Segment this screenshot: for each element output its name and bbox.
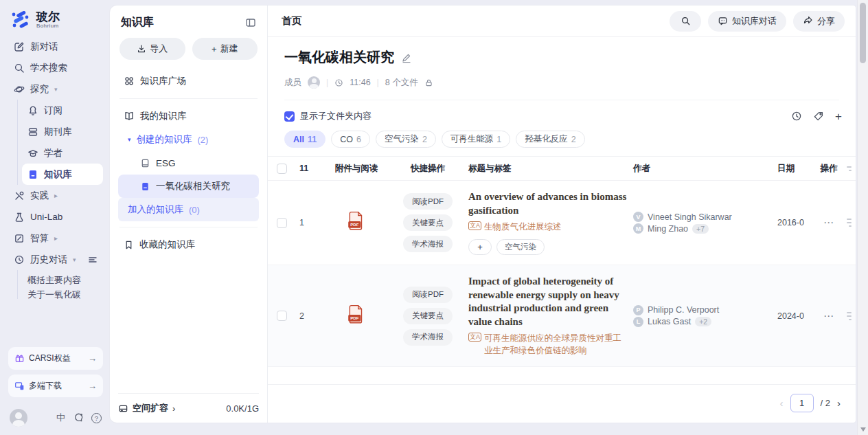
main-content: 首页 知识库对话 分享 一氧化碳相关研 <box>268 5 856 423</box>
author-avatar: M <box>633 223 643 234</box>
current-page-input[interactable]: 1 <box>790 394 814 412</box>
favorite-libraries-item[interactable]: 收藏的知识库 <box>118 233 259 256</box>
header-actions: 操作 <box>816 163 846 175</box>
chevron-right-icon: ▸ <box>54 234 58 242</box>
tag-pill[interactable]: 空气污染 <box>496 239 545 255</box>
created-libraries-group[interactable]: ▾ 创建的知识库 (2) <box>118 128 259 151</box>
library-plaza-item[interactable]: 知识库广场 <box>118 69 259 93</box>
more-authors-badge[interactable]: +7 <box>692 224 709 234</box>
joined-libraries-group[interactable]: 加入的知识库 (0) <box>118 198 259 221</box>
pdf-file-icon[interactable]: PDF <box>347 211 365 232</box>
filter-all[interactable]: All11 <box>284 131 326 148</box>
sidebar-item-academic-search[interactable]: 学术搜索 <box>8 57 103 78</box>
carsi-banner[interactable]: CARSI权益 → <box>8 347 103 370</box>
library-item-co-research[interactable]: 一氧化碳相关研究 <box>118 175 259 198</box>
member-avatar[interactable] <box>308 76 320 89</box>
feedback-chat-icon[interactable] <box>73 412 84 423</box>
filter-renewable[interactable]: 可再生能源1 <box>442 131 510 148</box>
read-pdf-button[interactable]: 阅读PDF <box>403 193 453 210</box>
prev-page-icon[interactable]: ‹ <box>780 397 784 409</box>
next-page-icon[interactable]: › <box>837 397 841 409</box>
table-row[interactable]: 2 PDF 阅读PDF 关键要点 学术海报 Impact of global h… <box>268 265 856 367</box>
search-button[interactable] <box>670 11 701 32</box>
sidebar-item-new-chat[interactable]: 新对话 <box>8 36 103 57</box>
sidebar-item-journals[interactable]: 期刊库 <box>22 121 103 142</box>
sidebar-label: 订阅 <box>44 104 62 117</box>
sidebar-item-practice[interactable]: 实践 ▸ <box>8 185 103 206</box>
add-tag-button[interactable]: + <box>468 239 492 255</box>
download-label: 多端下载 <box>29 380 62 392</box>
more-authors-badge[interactable]: +2 <box>695 317 711 326</box>
sidebar-item-computing[interactable]: 智算 ▸ <box>8 227 103 249</box>
user-avatar[interactable] <box>10 409 27 427</box>
key-points-button[interactable]: 关键要点 <box>403 214 453 231</box>
paper-title[interactable]: An overview of advances in biomass gasif… <box>468 190 629 217</box>
row-more-button[interactable]: ⋯ <box>816 310 846 322</box>
paper-title[interactable]: Impact of global heterogeneity of renewa… <box>468 275 629 328</box>
filter-air-pollution[interactable]: 空气污染2 <box>376 131 436 148</box>
translate-icon: 文A <box>468 221 481 230</box>
main-topbar: 首页 知识库对话 分享 <box>268 5 856 37</box>
new-library-button[interactable]: + 新建 <box>192 38 258 60</box>
help-icon[interactable]: ? <box>91 413 102 423</box>
collapse-panel-icon[interactable] <box>245 17 256 28</box>
sidebar-label: 期刊库 <box>44 126 72 138</box>
header-date: 日期 <box>777 163 816 175</box>
sort-time-icon[interactable] <box>791 111 802 122</box>
history-conversation[interactable]: 概括主要内容 <box>27 270 103 290</box>
author-avatar: V <box>633 212 643 222</box>
read-pdf-button[interactable]: 阅读PDF <box>403 287 453 303</box>
chevron-down-icon: ▾ <box>73 256 76 263</box>
paper-title-translation[interactable]: 文A生物质气化进展综述 <box>468 221 629 233</box>
row-checkbox[interactable] <box>277 218 287 228</box>
filter-co[interactable]: CO6 <box>331 131 370 148</box>
pdf-file-icon[interactable]: PDF <box>347 304 365 325</box>
lock-icon <box>424 78 433 87</box>
history-icon <box>14 254 25 265</box>
scrollbar-thumb[interactable] <box>860 3 866 63</box>
update-time: 11:46 <box>350 78 370 87</box>
download-banner[interactable]: 多端下载 → <box>8 375 103 397</box>
author[interactable]: PPhilipp C. Verpoort <box>633 305 773 315</box>
sidebar-item-explore[interactable]: 探究 ▾ <box>8 78 103 100</box>
filter-hydroxylation[interactable]: 羟基化反应2 <box>516 131 584 148</box>
kb-chat-button[interactable]: 知识库对话 <box>708 11 786 32</box>
key-points-button[interactable]: 关键要点 <box>403 308 453 324</box>
academic-poster-button[interactable]: 学术海报 <box>403 236 453 252</box>
author[interactable]: MMing Zhao+7 <box>633 223 773 234</box>
storage-expand-link[interactable]: 空间扩容 <box>133 402 168 414</box>
library-item-esg[interactable]: ESG <box>118 151 259 175</box>
history-conversation[interactable]: 关于一氧化碳 <box>27 290 103 299</box>
language-toggle-icon[interactable]: 中 <box>56 412 65 424</box>
paper-title-translation[interactable]: 文A可再生能源供应的全球异质性对重工业生产和绿色价值链的影响 <box>468 332 629 357</box>
my-libraries-item[interactable]: 我的知识库 <box>118 104 259 128</box>
tag-icon[interactable] <box>813 111 824 122</box>
author[interactable]: VVineet Singh Sikarwar <box>633 212 773 222</box>
row-more-button[interactable]: ⋯ <box>816 216 846 229</box>
chevron-right-icon: ▸ <box>54 192 58 199</box>
sidebar-item-subscribe[interactable]: 订阅 <box>22 100 103 121</box>
sidebar-item-knowledge-base[interactable]: 知识库 <box>22 164 103 185</box>
vertical-scrollbar[interactable] <box>857 0 868 435</box>
show-subfolders-checkbox[interactable] <box>284 111 295 122</box>
library-panel: 知识库 导入 + 新建 知识库广场 我的知识库 <box>110 5 268 423</box>
edit-title-icon[interactable] <box>401 52 412 63</box>
history-list-icon[interactable] <box>88 255 98 265</box>
add-item-icon[interactable]: + <box>835 111 842 122</box>
academic-poster-button[interactable]: 学术海报 <box>403 329 453 346</box>
sidebar-item-unilab[interactable]: Uni-Lab <box>8 206 103 227</box>
content-card: 知识库 导入 + 新建 知识库广场 我的知识库 <box>110 5 856 423</box>
clock-icon <box>334 78 343 87</box>
brand-logo[interactable]: 玻尔 Bohrium <box>8 8 103 36</box>
select-all-checkbox[interactable] <box>277 164 287 174</box>
author[interactable]: LLukas Gast+2 <box>633 317 773 327</box>
sidebar-item-history[interactable]: 历史对话 ▾ <box>8 249 103 270</box>
share-button[interactable]: 分享 <box>793 11 845 32</box>
storage-row: 空间扩容 › 0.0K/1G <box>118 393 259 414</box>
sidebar-item-scholars[interactable]: 学者 <box>22 142 103 164</box>
header-attachment: 附件与阅读 <box>326 163 391 175</box>
table-row[interactable]: 1 PDF 阅读PDF 关键要点 学术海报 An overview of adv… <box>268 181 856 265</box>
import-button[interactable]: 导入 <box>119 38 185 60</box>
scrollbar-down-arrow[interactable] <box>860 427 866 432</box>
row-checkbox[interactable] <box>277 311 287 321</box>
